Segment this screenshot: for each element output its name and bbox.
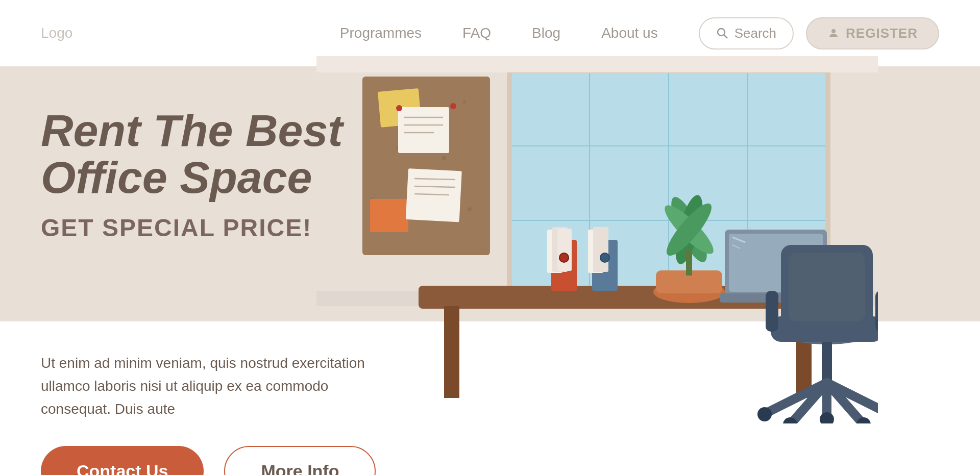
hero-illustration-area (419, 66, 980, 321)
svg-rect-22 (398, 107, 449, 153)
nav-programmes[interactable]: Programmes (340, 25, 422, 41)
btn-group: Contact Us More Info (41, 446, 939, 475)
svg-rect-34 (444, 306, 459, 398)
svg-rect-63 (822, 342, 832, 383)
svg-point-0 (718, 29, 725, 36)
main-nav: Programmes FAQ Blog About us (340, 25, 658, 41)
svg-rect-43 (593, 227, 608, 272)
svg-point-18 (442, 156, 446, 160)
svg-point-40 (559, 253, 569, 262)
search-button[interactable]: Search (699, 17, 794, 49)
svg-point-17 (463, 101, 466, 104)
register-button[interactable]: Register (806, 17, 939, 49)
header-actions: Search Register (699, 17, 939, 49)
svg-rect-62 (875, 291, 878, 332)
svg-rect-27 (406, 168, 462, 222)
svg-rect-39 (557, 229, 572, 271)
office-illustration (316, 56, 878, 423)
nav-blog[interactable]: Blog (532, 25, 560, 41)
svg-point-31 (396, 105, 402, 111)
search-icon (716, 27, 728, 39)
logo: Logo (41, 25, 72, 41)
more-info-button[interactable]: More Info (224, 446, 376, 475)
nav-faq[interactable]: FAQ (462, 25, 491, 41)
nav-aboutus[interactable]: About us (601, 25, 658, 41)
svg-point-44 (600, 253, 609, 262)
contact-us-button[interactable]: Contact Us (41, 446, 204, 475)
user-icon (827, 27, 840, 39)
search-label: Search (734, 26, 776, 41)
svg-line-1 (724, 35, 727, 39)
svg-rect-61 (766, 291, 778, 332)
hero-banner: Rent The Best Office Space Get Special P… (0, 66, 980, 321)
svg-point-69 (757, 407, 772, 421)
page-main: Rent The Best Office Space Get Special P… (0, 66, 980, 475)
svg-rect-26 (370, 199, 408, 232)
svg-rect-51 (686, 250, 692, 276)
svg-rect-11 (316, 56, 878, 72)
svg-point-32 (450, 103, 456, 109)
svg-point-70 (820, 412, 834, 423)
svg-point-2 (831, 29, 836, 33)
svg-point-20 (468, 207, 472, 211)
svg-rect-60 (789, 253, 865, 321)
register-label: Register (846, 26, 918, 41)
